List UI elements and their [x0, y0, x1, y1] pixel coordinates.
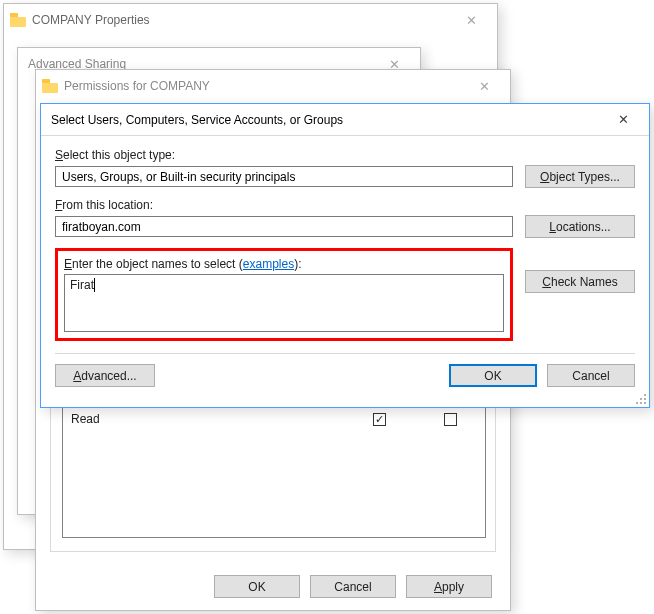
object-names-value: Firat — [70, 278, 94, 292]
title-selectobjects: Select Users, Computers, Service Account… — [47, 113, 603, 127]
cancel-button[interactable]: Cancel — [547, 364, 635, 387]
location-label: From this location: — [55, 198, 635, 212]
check-names-button[interactable]: Check Names — [525, 270, 635, 293]
locations-button[interactable]: Locations... — [525, 215, 635, 238]
svg-point-5 — [644, 394, 646, 396]
svg-point-4 — [640, 398, 642, 400]
permission-label: Read — [71, 412, 373, 426]
permissions-buttons: OK Cancel Apply — [214, 575, 492, 598]
svg-point-1 — [640, 402, 642, 404]
advanced-button[interactable]: Advanced... — [55, 364, 155, 387]
checkbox-allow-read[interactable]: ✓ — [373, 413, 386, 426]
titlebar-properties: COMPANY Properties ✕ — [4, 4, 497, 36]
close-icon[interactable]: ✕ — [603, 108, 643, 132]
titlebar-selectobjects: Select Users, Computers, Service Account… — [41, 104, 649, 136]
object-names-label: Enter the object names to select (exampl… — [64, 257, 504, 271]
text-caret — [94, 278, 95, 292]
close-icon[interactable]: ✕ — [451, 8, 491, 32]
apply-button[interactable]: Apply — [406, 575, 492, 598]
permissions-list: Read ✓ — [62, 408, 486, 538]
folder-icon — [10, 13, 26, 27]
object-type-field: Users, Groups, or Built-in security prin… — [55, 166, 513, 187]
location-field: firatboyan.com — [55, 216, 513, 237]
titlebar-permissions: Permissions for COMPANY ✕ — [36, 70, 510, 102]
svg-point-0 — [644, 402, 646, 404]
object-types-button[interactable]: Object Types... — [525, 165, 635, 188]
object-names-input[interactable]: Firat — [64, 274, 504, 332]
dialog-body: Select this object type: Users, Groups, … — [41, 136, 649, 407]
ok-button[interactable]: OK — [449, 364, 537, 387]
svg-point-2 — [636, 402, 638, 404]
close-icon[interactable]: ✕ — [464, 74, 504, 98]
separator — [55, 353, 635, 354]
object-names-highlight: Enter the object names to select (exampl… — [55, 248, 513, 341]
permission-row-read: Read ✓ — [63, 408, 485, 430]
checkbox-deny-read[interactable] — [444, 413, 457, 426]
title-permissions: Permissions for COMPANY — [58, 79, 464, 93]
title-properties: COMPANY Properties — [26, 13, 451, 27]
object-type-label: Select this object type: — [55, 148, 635, 162]
resize-grip-icon[interactable] — [635, 393, 647, 405]
ok-button[interactable]: OK — [214, 575, 300, 598]
folder-icon — [42, 79, 58, 93]
dialog-select-objects: Select Users, Computers, Service Account… — [40, 103, 650, 408]
examples-link[interactable]: examples — [243, 257, 294, 271]
svg-point-3 — [644, 398, 646, 400]
cancel-button[interactable]: Cancel — [310, 575, 396, 598]
